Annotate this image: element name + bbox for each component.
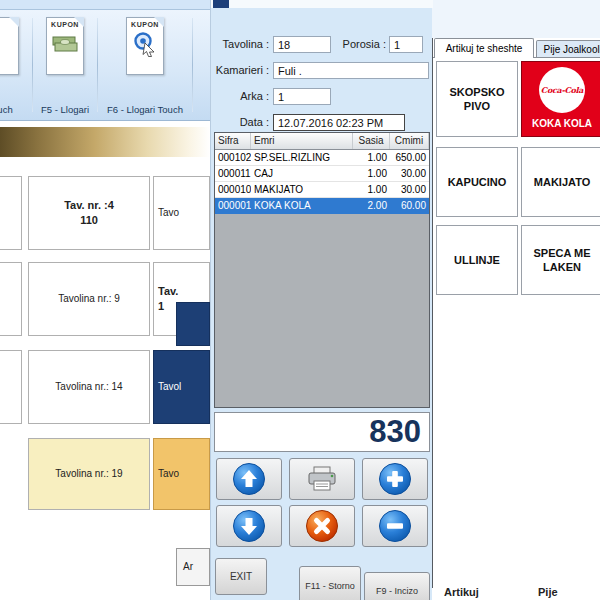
table-button-14[interactable]: Tavolina nr.: 14 [28,350,150,424]
table-button-partial[interactable]: Tavo [153,176,210,250]
table-label: Tavolina nr.: 14 [55,380,122,394]
coupon-title: KUPON [127,21,163,28]
add-item-button[interactable] [362,458,428,500]
move-down-button[interactable] [216,505,282,547]
toolbar-separator [32,18,33,112]
data-label: Data : [211,116,269,128]
table-button-9[interactable]: Tavolina nr.: 9 [28,262,150,336]
kamarieri-field[interactable]: Fuli . [273,62,429,79]
cell-sifra: 000011 [215,168,251,179]
cell-sifra: 000010 [215,184,251,195]
table-button-partial[interactable] [0,350,22,424]
porosia-label: Porosia : [331,38,386,50]
arka-field[interactable]: 1 [273,88,331,105]
cell-sifra: 000102 [215,152,251,163]
table-sublabel: 1 [158,299,164,314]
cell-cmimi: 30.00 [390,168,429,179]
toolbar-separator [192,18,193,112]
panel-top-strip [211,0,433,8]
tables-grid: Tav. nr. :4 110 Tavo Tavolina nr.: 9 Tav… [0,157,210,600]
bottom-tab-pije[interactable]: Pije [538,586,558,598]
cell-sasia: 1.00 [353,184,390,195]
toolbar-label-f6: F6 - Llogari Touch [100,104,190,115]
table-label: Tavo [158,206,179,220]
order-items-table: Sifra Emri Sasia Cmimi 000102 SP.SEL.RIZ… [214,132,430,408]
bottom-button-partial[interactable]: Ar [176,548,210,586]
table-label: Tavolina nr.: 9 [58,292,120,306]
column-emri: Emri [251,133,353,149]
data-field[interactable]: 12.07.2016 02:23 PM [273,114,405,131]
cell-emri: KOKA KOLA [251,200,353,211]
cell-sifra: 000001 [215,200,251,211]
product-label: KOKA KOLA [532,117,592,130]
panel-top [432,0,600,38]
product-button-ullinje[interactable]: ULLINJE [436,225,518,295]
toolbar-separator [97,18,98,112]
order-row[interactable]: 000001 KOKA KOLA 2.00 60.00 [215,198,429,214]
table-button-partial[interactable]: Tavo [153,438,210,510]
tab-artikuj-te-sheshte[interactable]: Artikuj te sheshte [434,38,534,58]
cell-sasia: 1.00 [353,168,390,179]
table-button-partial[interactable] [0,262,22,336]
arka-label: Arka : [211,90,269,102]
order-row[interactable]: 000011 CAJ 1.00 30.00 [215,166,429,182]
table-button-4[interactable]: Tav. nr. :4 110 [28,176,150,250]
cell-sasia: 2.00 [353,200,390,211]
tavolina-field[interactable]: 18 [273,36,331,53]
panel-corner-tab [213,0,229,8]
product-label: SKOPSKO PIVO [441,85,513,114]
remove-item-button[interactable] [362,505,428,547]
plus-icon [378,462,412,496]
product-button-koka-kola[interactable]: Coca-Cola KOKA KOLA [521,61,600,137]
money-stack-icon [51,31,79,57]
money-coupon-icon: KUPON [46,17,84,75]
gold-banner [0,127,210,157]
product-label: KAPUCINO [448,175,507,189]
column-cmimi: Cmimi [390,133,429,149]
touch-icon [131,31,159,57]
toolbar-group-partial[interactable]: Touch [0,14,30,118]
exit-button[interactable]: EXIT [215,558,267,595]
touch-coupon-icon: KUPON [126,17,164,75]
column-sifra: Sifra [215,133,251,149]
toolbar-button-f6-llogari-touch[interactable]: KUPON F6 - Llogari Touch [100,14,190,118]
order-row[interactable]: 000010 MAKIJATO 1.00 30.00 [215,182,429,198]
table-label: Tavol [158,380,181,394]
tab-pije-joalkoolike[interactable]: Pije Joalkoolike [536,40,600,58]
toolbar-button-f5-llogari[interactable]: KUPON F5 - Llogari [34,14,96,118]
coca-cola-logo: Coca-Cola [539,67,585,113]
table-sublabel: 110 [80,213,98,228]
cancel-button[interactable] [289,505,355,547]
table-label: Tav. nr. :4 [64,198,114,213]
product-button-makijato[interactable]: MAKIJATO [521,147,600,217]
move-up-button[interactable] [216,458,282,500]
products-grid: SKOPSKO PIVO Coca-Cola KOKA KOLA KAPUCIN… [433,57,600,600]
table-button-occupied-partial[interactable]: Tavol [153,350,210,424]
print-button[interactable] [289,458,355,500]
product-button-speca-me-laken[interactable]: SPECA ME LAKEN [521,225,600,295]
table-button-occupied-partial[interactable] [176,302,210,346]
porosia-field[interactable]: 1 [389,36,423,53]
printer-icon [306,465,338,493]
storno-button[interactable]: F11 - Storno [299,566,361,600]
tab-label: Pije Joalkoolike [544,44,600,55]
table-button-19[interactable]: Tavolina nr.: 19 [28,438,150,510]
product-button-kapucino[interactable]: KAPUCINO [436,147,518,217]
order-total: 830 [214,412,430,452]
top-strip [0,0,210,9]
arrow-down-icon [232,509,266,543]
tavolina-label: Tavolina : [211,38,269,50]
product-label: SPECA ME LAKEN [526,246,598,275]
cell-cmimi: 30.00 [390,184,429,195]
toolbar-label-f5: F5 - Llogari [34,104,96,115]
product-button-skopsko-pivo[interactable]: SKOPSKO PIVO [436,61,518,137]
panel-divider [432,38,433,588]
products-panel: Artikuj te sheshte Pije Joalkoolike SKOP… [432,0,600,600]
bottom-tab-artikuj[interactable]: Artikuj [444,586,479,598]
order-row[interactable]: 000102 SP.SEL.RIZLING 1.00 650.00 [215,150,429,166]
arrow-up-icon [232,462,266,496]
table-button-partial[interactable] [0,176,22,250]
column-sasia: Sasia [353,133,390,149]
cell-cmimi: 60.00 [390,200,429,211]
incizo-button[interactable]: F9 - Incizo [364,572,430,600]
